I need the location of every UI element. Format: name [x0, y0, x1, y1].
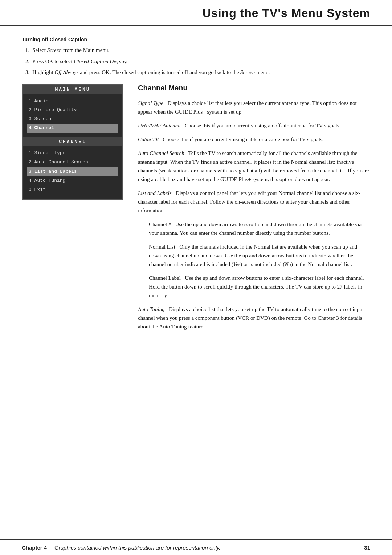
chapter-num: 4	[44, 544, 47, 551]
desc-cable-tv: Cable TV Choose this if you are currentl…	[138, 135, 370, 144]
footer-note: Graphics contained within this publicati…	[54, 544, 220, 551]
desc-auto-tuning: Auto Tuning Displays a choice list that …	[138, 305, 370, 331]
list-item: 1.Select Screen from the Main menu.	[25, 46, 370, 54]
main-menu-items: 1 Audio 2 Picture Quality 3 Screen 4 Cha…	[23, 94, 122, 136]
channel-submenu-header: CHANNEL	[23, 137, 122, 146]
menu-item-screen: 3 Screen	[27, 115, 118, 124]
section-label: Turning off Closed-Caption	[22, 37, 370, 42]
desc-list-labels: List and Labels Displays a control panel…	[138, 189, 370, 215]
page-title: Using the TV's Menu System	[203, 7, 370, 20]
page-number: 31	[364, 544, 370, 551]
submenu-list-labels: 3 List and Labels	[27, 167, 118, 176]
channel-submenu-items: 1 Signal Type 2 Auto Channel Search 3 Li…	[23, 146, 122, 197]
desc-normal-list: Normal List Only the channels included i…	[149, 242, 370, 269]
page-footer: Chapter 4 Graphics contained within this…	[0, 539, 392, 555]
desc-channel-label: Channel Label Use the up and down arrow …	[149, 274, 370, 300]
content-area: Turning off Closed-Caption 1.Select Scre…	[0, 26, 392, 351]
footer-left: Chapter 4 Graphics contained within this…	[22, 544, 221, 551]
channel-menu-title: Channel Menu	[138, 84, 370, 92]
menu-item-channel: 4 Channel	[27, 124, 118, 133]
menu-item-audio: 1 Audio	[27, 97, 118, 106]
list-item: 2.Press OK to select Closed-Caption Disp…	[25, 57, 370, 66]
submenu-exit: 0 Exit	[27, 185, 118, 194]
right-column: Channel Menu Signal Type Displays a choi…	[138, 84, 370, 336]
submenu-auto-channel: 2 Auto Channel Search	[27, 158, 118, 167]
tv-menu: MAIN MENU 1 Audio 2 Picture Quality 3 Sc…	[22, 84, 123, 200]
page-header: Using the TV's Menu System	[0, 0, 392, 26]
two-col-layout: MAIN MENU 1 Audio 2 Picture Quality 3 Sc…	[22, 84, 370, 336]
desc-channel-hash: Channel # Use the up and down arrows to …	[149, 220, 370, 237]
list-item: 3.Highlight Off Always and press OK. The…	[25, 68, 370, 77]
menu-item-picture: 2 Picture Quality	[27, 106, 118, 115]
submenu-signal-type: 1 Signal Type	[27, 148, 118, 158]
submenu-auto-tuning: 4 Auto Tuning	[27, 176, 118, 185]
desc-uhf-vhf: UHF/VHF Antenna Choose this if you are c…	[138, 121, 370, 130]
page-container: Using the TV's Menu System Turning off C…	[0, 0, 392, 555]
main-menu-header: MAIN MENU	[23, 85, 122, 94]
desc-signal-type: Signal Type Displays a choice list that …	[138, 99, 370, 116]
intro-steps: 1.Select Screen from the Main menu. 2.Pr…	[22, 46, 370, 77]
left-column: MAIN MENU 1 Audio 2 Picture Quality 3 Sc…	[22, 84, 123, 336]
desc-auto-channel-search: Auto Channel Search Tells the TV to sear…	[138, 149, 370, 184]
chapter-label: Chapter	[22, 544, 42, 551]
